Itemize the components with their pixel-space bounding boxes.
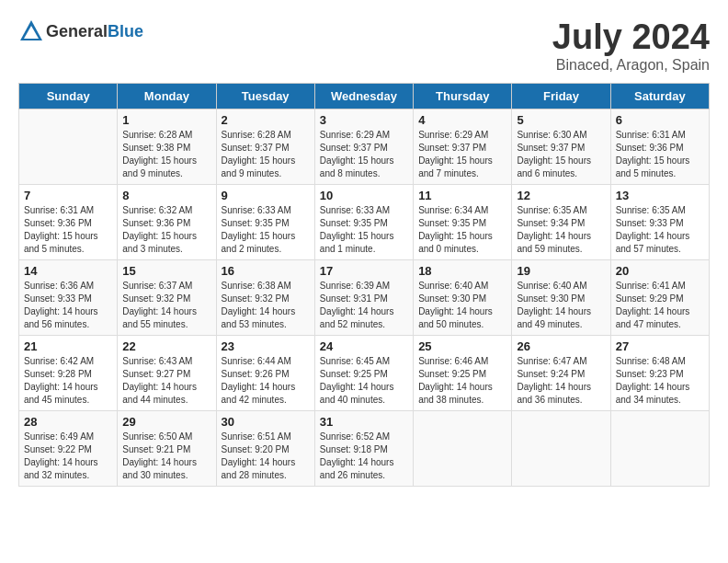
calendar-cell: 24Sunrise: 6:45 AMSunset: 9:25 PMDayligh… <box>314 335 413 410</box>
calendar-body: 1Sunrise: 6:28 AMSunset: 9:38 PMDaylight… <box>19 109 710 486</box>
day-info: Sunrise: 6:35 AMSunset: 9:34 PMDaylight:… <box>517 204 605 256</box>
calendar-cell: 23Sunrise: 6:44 AMSunset: 9:26 PMDayligh… <box>216 335 314 410</box>
calendar-cell: 3Sunrise: 6:29 AMSunset: 9:37 PMDaylight… <box>314 109 413 184</box>
calendar-table: SundayMondayTuesdayWednesdayThursdayFrid… <box>18 83 710 487</box>
calendar-cell <box>512 410 610 486</box>
day-number: 28 <box>24 415 112 429</box>
day-info: Sunrise: 6:43 AMSunset: 9:27 PMDaylight:… <box>122 355 210 407</box>
day-number: 13 <box>616 189 704 202</box>
header-row: SundayMondayTuesdayWednesdayThursdayFrid… <box>19 83 710 109</box>
calendar-cell: 26Sunrise: 6:47 AMSunset: 9:24 PMDayligh… <box>512 335 610 410</box>
day-number: 5 <box>517 113 605 127</box>
logo-general: General <box>46 22 108 40</box>
day-number: 25 <box>418 339 506 353</box>
day-info: Sunrise: 6:49 AMSunset: 9:22 PMDaylight:… <box>24 431 112 482</box>
day-number: 26 <box>517 339 605 353</box>
day-info: Sunrise: 6:30 AMSunset: 9:37 PMDaylight:… <box>517 129 605 180</box>
calendar-cell: 6Sunrise: 6:31 AMSunset: 9:36 PMDaylight… <box>610 109 709 184</box>
day-info: Sunrise: 6:46 AMSunset: 9:25 PMDaylight:… <box>418 355 506 407</box>
day-number: 8 <box>122 189 210 202</box>
day-number: 16 <box>222 264 310 278</box>
title-block: July 2024 Binaced, Aragon, Spain <box>552 18 710 74</box>
day-header-monday: Monday <box>118 83 216 109</box>
day-info: Sunrise: 6:48 AMSunset: 9:23 PMDaylight:… <box>616 355 704 407</box>
page-header: GeneralBlue July 2024 Binaced, Aragon, S… <box>18 18 710 74</box>
calendar-cell: 22Sunrise: 6:43 AMSunset: 9:27 PMDayligh… <box>118 335 216 410</box>
calendar-cell <box>19 109 118 184</box>
day-number: 7 <box>24 189 112 202</box>
day-number: 6 <box>616 113 704 127</box>
calendar-cell: 14Sunrise: 6:36 AMSunset: 9:33 PMDayligh… <box>19 259 118 335</box>
day-info: Sunrise: 6:28 AMSunset: 9:37 PMDaylight:… <box>222 129 310 180</box>
day-info: Sunrise: 6:37 AMSunset: 9:32 PMDaylight:… <box>122 280 210 331</box>
calendar-cell: 7Sunrise: 6:31 AMSunset: 9:36 PMDaylight… <box>19 184 118 259</box>
calendar-cell: 13Sunrise: 6:35 AMSunset: 9:33 PMDayligh… <box>610 184 709 259</box>
main-title: July 2024 <box>552 18 710 57</box>
day-info: Sunrise: 6:50 AMSunset: 9:21 PMDaylight:… <box>122 431 210 482</box>
day-info: Sunrise: 6:41 AMSunset: 9:29 PMDaylight:… <box>616 280 704 331</box>
week-row-2: 7Sunrise: 6:31 AMSunset: 9:36 PMDaylight… <box>19 184 710 259</box>
calendar-cell: 9Sunrise: 6:33 AMSunset: 9:35 PMDaylight… <box>216 184 314 259</box>
day-info: Sunrise: 6:36 AMSunset: 9:33 PMDaylight:… <box>24 280 112 331</box>
day-info: Sunrise: 6:29 AMSunset: 9:37 PMDaylight:… <box>320 129 408 180</box>
day-info: Sunrise: 6:39 AMSunset: 9:31 PMDaylight:… <box>320 280 408 331</box>
day-number: 10 <box>320 189 408 202</box>
calendar-cell: 11Sunrise: 6:34 AMSunset: 9:35 PMDayligh… <box>414 184 512 259</box>
day-info: Sunrise: 6:28 AMSunset: 9:38 PMDaylight:… <box>122 129 210 180</box>
calendar-cell: 2Sunrise: 6:28 AMSunset: 9:37 PMDaylight… <box>216 109 314 184</box>
day-number: 12 <box>517 189 605 202</box>
day-header-wednesday: Wednesday <box>314 83 413 109</box>
calendar-cell: 18Sunrise: 6:40 AMSunset: 9:30 PMDayligh… <box>414 259 512 335</box>
day-info: Sunrise: 6:40 AMSunset: 9:30 PMDaylight:… <box>517 280 605 331</box>
calendar-cell: 29Sunrise: 6:50 AMSunset: 9:21 PMDayligh… <box>118 410 216 486</box>
day-info: Sunrise: 6:31 AMSunset: 9:36 PMDaylight:… <box>616 129 704 180</box>
day-info: Sunrise: 6:31 AMSunset: 9:36 PMDaylight:… <box>24 204 112 256</box>
calendar-cell: 28Sunrise: 6:49 AMSunset: 9:22 PMDayligh… <box>19 410 118 486</box>
day-info: Sunrise: 6:29 AMSunset: 9:37 PMDaylight:… <box>418 129 506 180</box>
day-number: 22 <box>122 339 210 353</box>
week-row-5: 28Sunrise: 6:49 AMSunset: 9:22 PMDayligh… <box>19 410 710 486</box>
calendar-cell: 27Sunrise: 6:48 AMSunset: 9:23 PMDayligh… <box>610 335 709 410</box>
day-info: Sunrise: 6:42 AMSunset: 9:28 PMDaylight:… <box>24 355 112 407</box>
day-header-friday: Friday <box>512 83 610 109</box>
calendar-cell: 16Sunrise: 6:38 AMSunset: 9:32 PMDayligh… <box>216 259 314 335</box>
day-header-sunday: Sunday <box>19 83 118 109</box>
day-info: Sunrise: 6:38 AMSunset: 9:32 PMDaylight:… <box>222 280 310 331</box>
day-number: 29 <box>122 415 210 429</box>
day-number: 11 <box>418 189 506 202</box>
day-info: Sunrise: 6:34 AMSunset: 9:35 PMDaylight:… <box>418 204 506 256</box>
day-number: 20 <box>616 264 704 278</box>
day-info: Sunrise: 6:45 AMSunset: 9:25 PMDaylight:… <box>320 355 408 407</box>
calendar-cell: 12Sunrise: 6:35 AMSunset: 9:34 PMDayligh… <box>512 184 610 259</box>
calendar-cell: 19Sunrise: 6:40 AMSunset: 9:30 PMDayligh… <box>512 259 610 335</box>
logo-blue: Blue <box>108 22 143 40</box>
week-row-1: 1Sunrise: 6:28 AMSunset: 9:38 PMDaylight… <box>19 109 710 184</box>
logo-icon <box>18 18 44 44</box>
calendar-cell: 21Sunrise: 6:42 AMSunset: 9:28 PMDayligh… <box>19 335 118 410</box>
logo: GeneralBlue <box>18 18 143 44</box>
calendar-cell <box>414 410 512 486</box>
day-number: 2 <box>222 113 310 127</box>
subtitle: Binaced, Aragon, Spain <box>552 57 710 74</box>
calendar-cell: 30Sunrise: 6:51 AMSunset: 9:20 PMDayligh… <box>216 410 314 486</box>
day-info: Sunrise: 6:44 AMSunset: 9:26 PMDaylight:… <box>222 355 310 407</box>
day-number: 3 <box>320 113 408 127</box>
day-number: 4 <box>418 113 506 127</box>
calendar-cell: 17Sunrise: 6:39 AMSunset: 9:31 PMDayligh… <box>314 259 413 335</box>
day-number: 14 <box>24 264 112 278</box>
day-info: Sunrise: 6:32 AMSunset: 9:36 PMDaylight:… <box>122 204 210 256</box>
day-number: 27 <box>616 339 704 353</box>
calendar-cell: 25Sunrise: 6:46 AMSunset: 9:25 PMDayligh… <box>414 335 512 410</box>
day-number: 18 <box>418 264 506 278</box>
day-number: 15 <box>122 264 210 278</box>
day-header-saturday: Saturday <box>610 83 709 109</box>
calendar-cell: 15Sunrise: 6:37 AMSunset: 9:32 PMDayligh… <box>118 259 216 335</box>
calendar-cell: 10Sunrise: 6:33 AMSunset: 9:35 PMDayligh… <box>314 184 413 259</box>
day-number: 30 <box>222 415 310 429</box>
day-number: 17 <box>320 264 408 278</box>
day-info: Sunrise: 6:35 AMSunset: 9:33 PMDaylight:… <box>616 204 704 256</box>
calendar-cell: 1Sunrise: 6:28 AMSunset: 9:38 PMDaylight… <box>118 109 216 184</box>
day-number: 9 <box>222 189 310 202</box>
day-number: 19 <box>517 264 605 278</box>
day-number: 24 <box>320 339 408 353</box>
